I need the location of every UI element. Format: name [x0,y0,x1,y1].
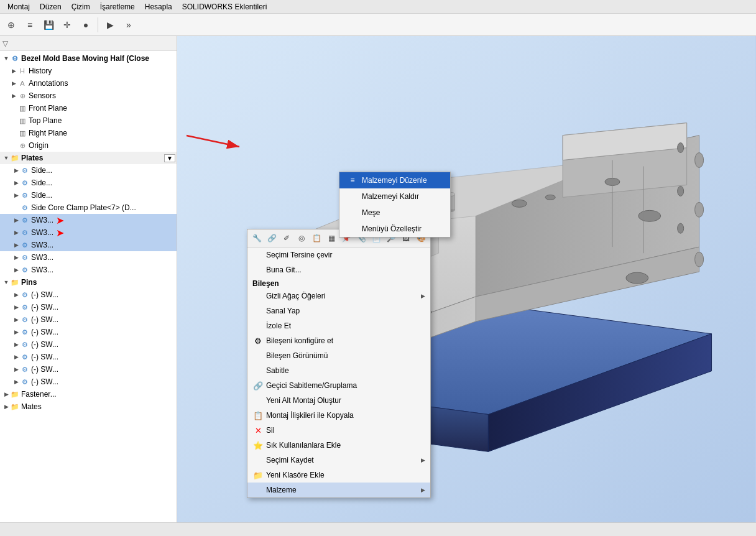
tree-item-pin1[interactable]: ▶ ⚙ (-) SW... [0,289,177,301]
tree-item-pins[interactable]: ▼ 📁 Pins [0,276,177,289]
annotations-expand-arrow[interactable]: ▶ [10,80,17,86]
pin6-arrow[interactable]: ▶ [12,354,20,360]
submenu-item-menu-ozellestir[interactable]: Menüyü Özelleştir [339,221,450,237]
side2-arrow[interactable]: ▶ [12,180,20,186]
submenu-item-mese[interactable]: Meşe [339,205,450,221]
ctx-btn-2[interactable]: 🔗 [265,231,279,245]
ctx-item-yeni-klasor[interactable]: 📁 Yeni Klasöre Ekle [247,468,430,483]
menu-solidworks[interactable]: SOLIDWORKS Eklentileri [177,1,272,12]
tree-item-sw3-5[interactable]: ▶ ⚙ SW3... [0,264,177,276]
toolbar-new[interactable]: ⊕ [2,16,20,34]
tree-item-mates[interactable]: ▶ 📁 Mates [0,400,177,413]
pin3-arrow[interactable]: ▶ [12,317,20,323]
ctx-item-yeni-alt-montaj[interactable]: Yeni Alt Montaj Oluştur [247,393,430,408]
plates-expand-arrow[interactable]: ▼ [2,155,10,161]
ctx-item-izole[interactable]: İzole Et [247,318,430,333]
tree-item-pin5[interactable]: ▶ ⚙ (-) SW... [0,338,177,351]
sensors-expand-arrow[interactable]: ▶ [10,93,17,99]
menu-montaj[interactable]: Montaj [2,1,35,12]
ctx-item-goto[interactable]: Buna Git... [247,262,430,277]
tree-item-sw3-4[interactable]: ▶ ⚙ SW3... [0,251,177,264]
ctx-item-sil[interactable]: ✕ Sil [247,423,430,438]
toolbar-expand[interactable]: » [120,16,137,34]
ctx-btn-4[interactable]: ◎ [295,231,308,245]
ctx-item-reverse-select[interactable]: Seçimi Tersine çevir [247,247,430,262]
tree-item-sw3-2[interactable]: ▶ ⚙ SW3... ➤ [0,226,177,239]
ctx-item-malzeme[interactable]: Malzeme ▶ [247,483,430,497]
tree-root[interactable]: ▼ ⚙ Bezel Mold Base Moving Half (Close [0,52,177,65]
ctx-btn-3[interactable]: ✐ [280,231,293,245]
sw3-5-arrow[interactable]: ▶ [12,267,20,273]
tree-item-pin6[interactable]: ▶ ⚙ (-) SW... [0,351,177,363]
tree-item-plates[interactable]: ▼ 📁 Plates ▼ [0,152,177,164]
submenu-item-malzeme-duzenle[interactable]: ≡ Malzemeyi Düzenle [339,172,450,188]
menu-isaretleme[interactable]: İşaretleme [95,1,140,12]
ctx-btn-6[interactable]: ▦ [325,231,338,245]
ctx-item-appearance[interactable]: Bileşen Görünümü [247,348,430,363]
side3-arrow[interactable]: ▶ [12,192,20,198]
tree-item-side3[interactable]: ▶ ⚙ Side... [0,189,177,201]
tree-item-side1[interactable]: ▶ ⚙ Side... [0,164,177,177]
ctx-item-hidden-tree[interactable]: Gizli Ağaç Öğeleri ▶ [247,289,430,303]
pins-expand-arrow[interactable]: ▼ [2,279,10,285]
ctx-item-configure[interactable]: ⚙ Bileşeni konfigüre et [247,333,430,348]
tree-item-sw3-1[interactable]: ▶ ⚙ SW3... ➤ [0,214,177,226]
toolbar-open[interactable]: ≡ [21,16,39,34]
tree-item-fasteners[interactable]: ▶ 📁 Fastener... [0,388,177,400]
sw3-1-label: SW3... [31,216,53,224]
izole-icon [252,320,264,331]
tree-item-pin2[interactable]: ▶ ⚙ (-) SW... [0,301,177,313]
root-label: Bezel Mold Base Moving Half (Close [21,54,149,63]
tree-item-sw3-3[interactable]: ▶ ⚙ SW3... [0,239,177,251]
fasteners-expand-arrow[interactable]: ▶ [2,391,10,397]
ctx-item-sabiyle[interactable]: Sabitle [247,363,430,378]
ctx-btn-1[interactable]: 🔧 [250,231,264,245]
menu-cizim[interactable]: Çizim [67,1,95,12]
tree-item-origin[interactable]: ⊕ Origin [0,139,177,152]
ctx-item-secimi-kaydet[interactable]: Seçimi Kaydet ▶ [247,453,430,468]
3d-viewport[interactable]: 🔧 🔗 ✐ ◎ 📋 ▦ 📌 📎 📄 🔎 🖼 🎨 Seçimi Tersine ç… [177,36,756,536]
tree-item-annotations[interactable]: ▶ A Annotations [0,77,177,90]
tree-item-side-core[interactable]: ⚙ Side Core Clamp Plate<7> (D... [0,201,177,214]
menu-duzen[interactable]: Düzen [35,1,67,12]
tree-item-pin4[interactable]: ▶ ⚙ (-) SW... [0,326,177,338]
tree-item-sensors[interactable]: ▶ ⊕ Sensors [0,90,177,102]
pin1-arrow[interactable]: ▶ [12,292,20,298]
history-expand-arrow[interactable]: ▶ [10,68,17,74]
ctx-item-sik-kullan[interactable]: ⭐ Sık Kullanılanlara Ekle [247,438,430,453]
mates-expand-arrow[interactable]: ▶ [2,404,10,410]
menu-hesapla[interactable]: Hesapla [140,1,177,12]
ctx-item-gecici-sabitle[interactable]: 🔗 Geçici Sabitleme/Gruplama [247,378,430,393]
toolbar-print[interactable]: ✛ [58,16,76,34]
pin5-arrow[interactable]: ▶ [12,341,20,348]
tree-item-pin7[interactable]: ▶ ⚙ (-) SW... [0,363,177,376]
front-plane-label: Front Plane [29,104,67,113]
side1-arrow[interactable]: ▶ [12,167,20,173]
tree-item-right-plane[interactable]: ▥ Right Plane [0,127,177,139]
sw3-4-arrow[interactable]: ▶ [12,254,20,261]
ctx-item-kopyala[interactable]: 📋 Montaj İlişkileri ile Kopyala [247,408,430,423]
sw3-2-arrow[interactable]: ▶ [12,229,20,236]
pin4-arrow[interactable]: ▶ [12,329,20,335]
sw3-3-arrow[interactable]: ▶ [12,242,20,248]
submenu-item-malzeme-kaldir[interactable]: Malzemeyi Kaldır [339,188,450,205]
ctx-btn-5[interactable]: 📋 [310,231,323,245]
sw3-1-arrow[interactable]: ▶ [12,217,20,223]
ctx-item-sanal-yap[interactable]: Sanal Yap [247,303,430,318]
sw3-4-label: SW3... [31,253,53,262]
toolbar-save[interactable]: 💾 [40,16,57,34]
toolbar-view[interactable]: ▶ [101,16,119,34]
pin8-arrow[interactable]: ▶ [12,379,20,385]
tree-item-history[interactable]: ▶ H History [0,65,177,77]
pin7-arrow[interactable]: ▶ [12,366,20,372]
plates-dropdown-btn[interactable]: ▼ [164,154,175,162]
tree-item-top-plane[interactable]: ▥ Top Plane [0,114,177,127]
pin2-arrow[interactable]: ▶ [12,304,20,310]
tree-item-pin3[interactable]: ▶ ⚙ (-) SW... [0,313,177,326]
root-expand-arrow[interactable]: ▼ [2,55,10,62]
feature-tree[interactable]: ▼ ⚙ Bezel Mold Base Moving Half (Close ▶… [0,51,177,536]
tree-item-pin8[interactable]: ▶ ⚙ (-) SW... [0,376,177,388]
toolbar-circle[interactable]: ● [77,16,94,34]
tree-item-front-plane[interactable]: ▥ Front Plane [0,102,177,114]
tree-item-side2[interactable]: ▶ ⚙ Side... [0,177,177,189]
